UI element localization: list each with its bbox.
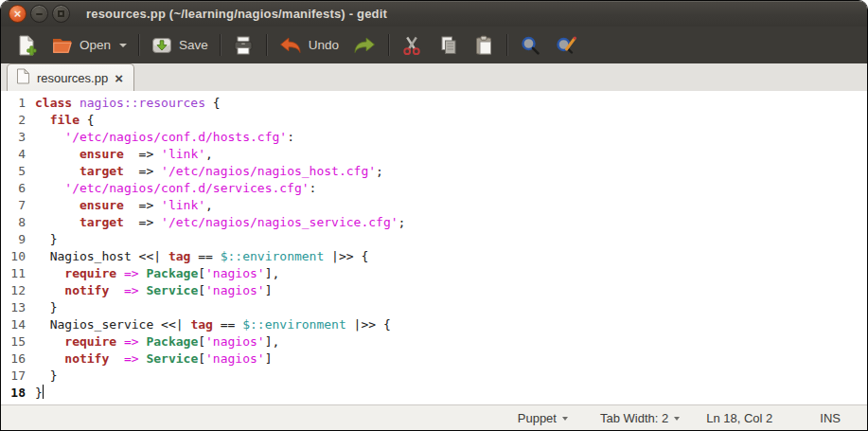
code-lines: 1class nagios::resources {2 file {3 '/et… [1,95,867,402]
line-number: 14 [1,316,26,333]
maximize-icon [58,10,64,17]
language-label: Puppet [518,411,557,425]
chevron-down-icon [119,44,127,47]
line-number: 2 [1,112,26,129]
document-icon [16,68,30,88]
input-mode-label: INS [820,411,841,425]
find-icon [519,34,541,57]
code-line[interactable]: 8 target => '/etc/nagios/nagios_service.… [1,214,867,231]
redo-button[interactable] [345,31,383,60]
new-document-icon [15,34,38,57]
save-icon [151,34,173,57]
cut-icon [400,34,423,57]
text-cursor [43,385,44,399]
print-button[interactable] [225,31,261,60]
line-number: 4 [1,146,26,163]
tab-resources-pp[interactable]: resources.pp × [7,63,134,91]
titlebar: × resources.pp (~/learning/nagios/manife… [1,1,867,27]
undo-button[interactable]: Undo [272,31,345,60]
code-line[interactable]: 15 require => Package['nagios'], [1,333,867,350]
code-line[interactable]: 7 ensure => 'link', [1,197,867,214]
line-number: 15 [1,333,26,350]
code-line[interactable]: 17 } [1,368,867,385]
line-number: 12 [1,282,26,299]
tab-width-label: Tab Width: 2 [600,411,668,425]
code-line[interactable]: 3 '/etc/nagios/conf.d/hosts.cfg': [1,129,867,146]
save-button-label: Save [179,38,208,52]
line-number: 16 [1,350,26,368]
code-line[interactable]: 1class nagios::resources { [1,95,867,112]
line-number: 17 [1,368,26,385]
window-title: resources.pp (~/learning/nagios/manifest… [86,7,387,21]
paste-button[interactable] [466,31,502,60]
cursor-position-label: Ln 18, Col 2 [706,411,772,425]
chevron-down-icon [562,417,568,421]
code-line[interactable]: 10 Nagios_host <<| tag == $::environment… [1,248,867,265]
line-number: 1 [1,95,26,112]
code-line[interactable]: 16 notify => Service['nagios'] [1,350,867,368]
line-number: 8 [1,214,26,231]
find-replace-button[interactable] [548,31,584,60]
print-icon [232,34,255,57]
new-document-button[interactable] [9,31,44,60]
copy-button[interactable] [430,31,466,60]
line-number: 3 [1,129,26,146]
toolbar-separator [138,34,139,56]
line-number: 11 [1,265,26,282]
line-number: 5 [1,163,26,180]
line-number: 13 [1,299,26,316]
minimize-icon [36,13,43,15]
input-mode-indicator: INS [820,411,841,425]
toolbar-separator [388,34,389,56]
cut-button[interactable] [394,31,430,60]
line-number: 18 [1,385,26,402]
open-folder-icon [51,34,74,57]
redo-icon [352,34,377,57]
find-button[interactable] [512,31,548,60]
gedit-window: × resources.pp (~/learning/nagios/manife… [0,0,868,431]
language-selector[interactable]: Puppet [518,411,568,425]
minimize-window-button[interactable] [30,5,48,23]
paste-icon [472,34,495,57]
status-bar: Puppet Tab Width: 2 Ln 18, Col 2 INS [1,404,867,430]
tab-title: resources.pp [37,71,108,85]
window-frame: × resources.pp (~/learning/nagios/manife… [1,1,867,430]
code-line[interactable]: 14 Nagios_service <<| tag == $::environm… [1,316,867,333]
toolbar-separator [220,34,221,56]
save-button[interactable]: Save [144,31,215,60]
line-number: 9 [1,231,26,248]
code-line[interactable]: 5 target => '/etc/nagios/nagios_host.cfg… [1,163,867,180]
undo-button-label: Undo [309,38,339,52]
code-line[interactable]: 18} [1,385,867,402]
open-button-label: Open [80,38,111,52]
code-line[interactable]: 2 file { [1,112,867,129]
tab-close-icon[interactable]: × [115,72,123,84]
undo-icon [278,34,303,57]
code-line[interactable]: 6 '/etc/nagios/conf.d/services.cfg': [1,180,867,197]
cursor-position: Ln 18, Col 2 [706,411,772,425]
toolbar-separator [266,34,267,56]
open-button[interactable]: Open [44,31,133,60]
toolbar-separator [506,34,507,56]
text-editor-area[interactable]: 1class nagios::resources {2 file {3 '/et… [1,92,867,404]
find-replace-icon [555,34,577,57]
chevron-down-icon [674,417,680,421]
toolbar: Open Save [1,27,867,63]
close-window-button[interactable]: × [9,5,27,23]
line-number: 7 [1,197,26,214]
close-icon: × [9,6,26,22]
code-line[interactable]: 13 } [1,299,867,316]
tab-width-selector[interactable]: Tab Width: 2 [600,411,680,425]
tab-bar: resources.pp × [1,63,867,92]
code-line[interactable]: 9 } [1,231,867,248]
code-line[interactable]: 11 require => Package['nagios'], [1,265,867,282]
code-line[interactable]: 12 notify => Service['nagios'] [1,282,867,299]
line-number: 10 [1,248,26,265]
maximize-window-button[interactable] [52,5,70,23]
copy-icon [436,34,459,57]
line-number: 6 [1,180,26,197]
code-line[interactable]: 4 ensure => 'link', [1,146,867,163]
